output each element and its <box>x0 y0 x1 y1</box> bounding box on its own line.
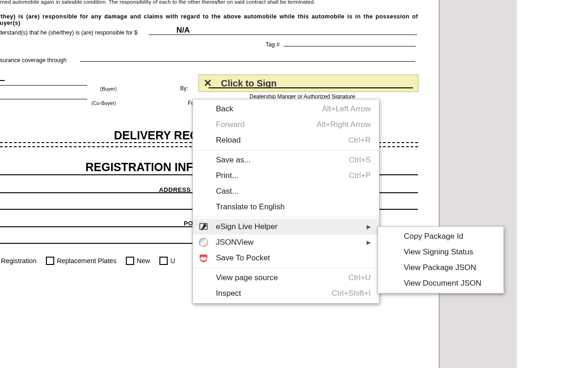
chk-registration-label: e Registration <box>0 257 36 264</box>
ctx-esign-live-helper[interactable]: eSign Live Helper ▶ <box>193 219 379 235</box>
esign-submenu: Copy Package Id View Signing Status View… <box>378 226 504 293</box>
ctx-jsonview-label: JSONView <box>216 238 254 247</box>
scroll-track-gray <box>439 0 518 368</box>
ctx-pocket-label: Save To Pocket <box>216 253 270 263</box>
ctx-cast[interactable]: Cast... <box>193 184 379 199</box>
ctx-save-as-label: Save as... <box>216 155 251 165</box>
insurance-label: insurance coverage through <box>0 57 67 63</box>
dealer-signature-underline <box>209 87 413 88</box>
ctx-view-source-kbd: Ctrl+U <box>348 273 371 282</box>
ctx-forward-kbd: Alt+Right Arrow <box>317 120 371 129</box>
ctx-separator <box>193 268 379 268</box>
ctx-forward-label: Forward <box>216 120 244 129</box>
checkbox-u[interactable] <box>159 257 168 265</box>
ctx-inspect[interactable]: Inspect Ctrl+Shift+I <box>193 286 379 301</box>
checkbox-row: e Registration Replacement Plates New U <box>0 257 175 265</box>
checkbox-new[interactable] <box>126 257 134 265</box>
checkbox-replacement[interactable] <box>46 257 54 265</box>
ctx-save-as-kbd: Ctrl+S <box>349 155 371 165</box>
ctx-inspect-label: Inspect <box>216 289 241 298</box>
ctx-view-source[interactable]: View page source Ctrl+U <box>193 270 379 286</box>
pocket-icon <box>198 253 209 263</box>
submenu-copy-package-id[interactable]: Copy Package Id <box>378 229 503 244</box>
sign-x-icon: ✕ <box>204 80 212 86</box>
contract-text-line3: nderstand(s) that he (she/they) is (are)… <box>0 29 137 36</box>
contract-text-line1: turned automobile again in saleable cond… <box>0 0 418 5</box>
ctx-inspect-kbd: Ctrl+Shift+I <box>332 289 371 298</box>
ctx-print[interactable]: Print... Ctrl+P <box>193 168 379 184</box>
submenu-arrow-icon: ▶ <box>367 239 371 246</box>
ctx-forward: Forward Alt+Right Arrow <box>193 117 379 132</box>
ctx-back-label: Back <box>216 104 233 114</box>
ctx-separator <box>193 150 379 150</box>
cobuyer-signature-line <box>0 99 87 99</box>
submenu-view-package-json[interactable]: View Package JSON <box>378 260 503 276</box>
jsonview-icon <box>198 237 209 247</box>
buyer-label: (Buyer) <box>100 86 117 92</box>
submenu-view-signing-status[interactable]: View Signing Status <box>378 244 503 260</box>
ctx-print-label: Print... <box>216 171 238 180</box>
ctx-back-kbd: Alt+Left Arrow <box>322 104 371 114</box>
registration-heading: REGISTRATION INFO <box>85 161 202 174</box>
po-label: PO <box>184 220 193 227</box>
buyer-signature-line <box>0 85 87 86</box>
esign-icon <box>198 222 209 232</box>
ctx-reload-kbd: Ctrl+R <box>348 136 371 145</box>
by-label: By: <box>180 85 188 92</box>
insurance-underline <box>80 61 415 62</box>
tag-label: Tag # <box>266 41 280 48</box>
chk-u-label: U <box>170 257 175 264</box>
ctx-esign-label: eSign Live Helper <box>216 222 277 231</box>
ctx-back[interactable]: Back Alt+Left Arrow <box>193 101 379 117</box>
cobuyer-label: (Co-Buyer) <box>91 100 116 106</box>
amount-value: N/A <box>176 26 190 35</box>
ctx-translate[interactable]: Translate to English <box>193 199 379 215</box>
click-to-sign-box[interactable]: ✕ Click to Sign <box>198 75 418 92</box>
ctx-view-source-label: View page source <box>216 273 278 282</box>
submenu-arrow-icon: ▶ <box>367 224 371 230</box>
context-menu: Back Alt+Left Arrow Forward Alt+Right Ar… <box>192 99 379 304</box>
ctx-print-kbd: Ctrl+P <box>349 171 371 180</box>
ctx-reload-label: Reload <box>216 136 241 145</box>
ctx-translate-label: Translate to English <box>216 202 285 212</box>
chk-new-label: New <box>137 257 150 264</box>
ctx-reload[interactable]: Reload Ctrl+R <box>193 132 379 148</box>
ctx-save-as[interactable]: Save as... Ctrl+S <box>193 152 379 168</box>
buyer-signature-mark <box>0 80 5 83</box>
chk-replacement-label: Replacement Plates <box>57 257 117 264</box>
tag-underline <box>283 46 416 46</box>
submenu-view-document-json[interactable]: View Document JSON <box>378 276 503 291</box>
ctx-separator <box>193 217 379 217</box>
right-margin <box>517 0 588 368</box>
delivery-heading: DELIVERY REC <box>114 129 198 142</box>
contract-text-line2: e/they) is (are) responsible for any dam… <box>0 13 418 26</box>
ctx-jsonview[interactable]: JSONView ▶ <box>193 235 379 250</box>
ctx-cast-label: Cast... <box>216 187 238 196</box>
amount-underline <box>149 34 417 35</box>
svg-rect-1 <box>200 255 208 258</box>
ctx-save-to-pocket[interactable]: Save To Pocket <box>193 250 379 266</box>
